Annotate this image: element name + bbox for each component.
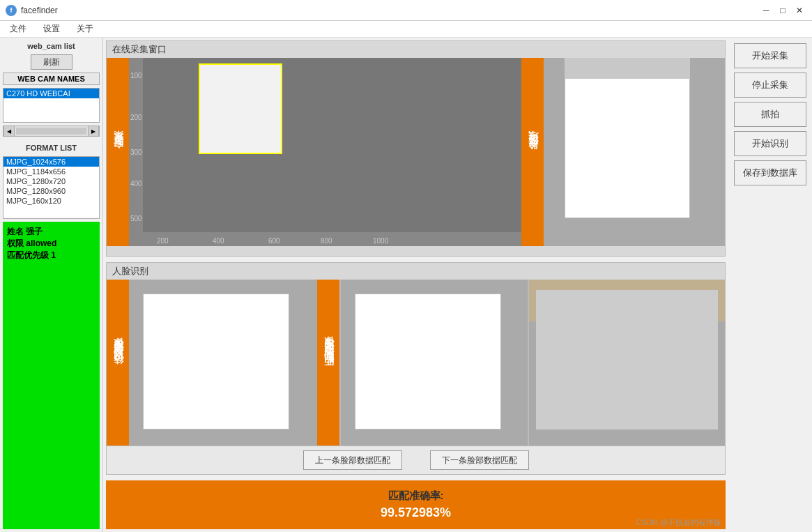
match-accuracy-value: 99.572983% [381, 506, 451, 520]
axis-x-200: 200 [157, 237, 169, 245]
info-match-priority: 匹配优先级 1 [7, 250, 95, 261]
info-permission: 权限 allowed [7, 238, 95, 250]
match-accuracy-label: 匹配准确率: [388, 489, 444, 503]
scroll-right-arrow[interactable]: ▶ [88, 126, 99, 137]
wait-face-label: 待识别脸部图像 [107, 280, 129, 446]
maximize-button[interactable]: □ [776, 3, 790, 17]
start-capture-button[interactable]: 开始采集 [734, 43, 806, 68]
face-recognition-title: 人脸识别 [107, 263, 725, 280]
cam-list-item[interactable]: C270 HD WEBCAI [3, 89, 99, 98]
title-bar-left: f facefinder [6, 5, 58, 16]
format-list-box: MJPG_1024x576 MJPG_1184x656 MJPG_1280x72… [3, 156, 100, 219]
format-item-3[interactable]: MJPG_1280x960 [3, 186, 99, 196]
matched-face-white [355, 294, 501, 430]
bottom-nav-buttons: 上一条脸部数据匹配 下一条脸部数据匹配 [107, 446, 725, 474]
video-background [143, 58, 521, 232]
recognition-content: 待识别脸部图像 匹配到的脸部图像 [107, 280, 725, 446]
start-recognize-button[interactable]: 开始识别 [734, 131, 806, 156]
right-area: 在线采集窗口 实时采集 100 200 300 400 500 200 400 … [103, 38, 728, 532]
extra-face-display [528, 280, 725, 446]
matched-face-display [339, 280, 528, 446]
webcam-list-label: web_cam list [3, 40, 100, 52]
axis-100: 100 [130, 72, 142, 79]
format-item-1[interactable]: MJPG_1184x656 [3, 167, 99, 176]
extra-face-body [536, 290, 718, 430]
save-to-db-button[interactable]: 保存到数据库 [734, 160, 806, 185]
realtime-label: 实时采集 [107, 58, 129, 246]
snapshot-button[interactable]: 抓拍 [734, 102, 806, 127]
axis-300: 300 [130, 149, 142, 156]
scroll-track [16, 128, 86, 135]
online-capture-title: 在线采集窗口 [107, 41, 725, 58]
refresh-button[interactable]: 刷新 [31, 54, 72, 70]
axis-500: 500 [130, 215, 142, 222]
next-match-button[interactable]: 下一条脸部数据匹配 [430, 450, 529, 470]
prev-match-button[interactable]: 上一条脸部数据匹配 [303, 450, 402, 470]
menu-about[interactable]: 关于 [72, 22, 98, 36]
axis-x-600: 600 [268, 237, 280, 245]
sidebar: web_cam list 刷新 WEB CAM NAMES C270 HD WE… [0, 38, 103, 532]
capture-content: 实时采集 100 200 300 400 500 200 400 600 800… [107, 58, 725, 246]
online-capture-section: 在线采集窗口 实时采集 100 200 300 400 500 200 400 … [106, 40, 726, 257]
wait-face-display [129, 280, 317, 446]
watermark: CSDN @不脱发的程序猿 [636, 517, 721, 528]
action-buttons-panel: 开始采集 停止采集 抓拍 开始识别 保存到数据库 [728, 38, 812, 532]
title-bar: f facefinder ─ □ ✕ [0, 0, 812, 21]
title-bar-controls: ─ □ ✕ [759, 3, 806, 17]
format-item-4[interactable]: MJPG_160x120 [3, 196, 99, 206]
captured-face-white [565, 65, 690, 218]
main-content: web_cam list 刷新 WEB CAM NAMES C270 HD WE… [0, 38, 812, 532]
format-list-label: FORMAT LIST [3, 142, 100, 153]
menu-bar: 文件 设置 关于 [0, 21, 812, 38]
close-button[interactable]: ✕ [792, 3, 806, 17]
webcam-names-header: WEB CAM NAMES [3, 73, 100, 85]
axis-400: 400 [130, 180, 142, 188]
axis-x-800: 800 [321, 237, 332, 245]
axis-200: 200 [130, 114, 142, 121]
wait-face-white [143, 294, 289, 430]
menu-file[interactable]: 文件 [6, 22, 31, 36]
face-captured-display [544, 58, 725, 246]
menu-settings[interactable]: 设置 [39, 22, 64, 36]
axis-x-1000: 1000 [373, 237, 388, 245]
face-recognition-section: 人脸识别 待识别脸部图像 匹配到的脸部图像 [106, 262, 726, 475]
app-title: facefinder [21, 6, 58, 15]
info-panel: 姓名 强子 权限 allowed 匹配优先级 1 [3, 222, 100, 529]
info-name: 姓名 强子 [7, 226, 95, 238]
match-accuracy-bar: 匹配准确率: 99.572983% [106, 480, 726, 529]
cam-list-box: C270 HD WEBCAI [3, 88, 100, 123]
stop-capture-button[interactable]: 停止采集 [734, 73, 806, 98]
face-bounding-box [199, 63, 282, 154]
matched-face-label: 匹配到的脸部图像 [317, 280, 339, 446]
minimize-button[interactable]: ─ [759, 3, 773, 17]
horizontal-scrollbar[interactable]: ◀ ▶ [3, 126, 100, 137]
format-item-0[interactable]: MJPG_1024x576 [3, 157, 99, 167]
main-video-feed: 100 200 300 400 500 200 400 600 800 1000 [129, 58, 521, 246]
axis-x-400: 400 [213, 237, 224, 245]
format-item-2[interactable]: MJPG_1280x720 [3, 176, 99, 186]
scroll-left-arrow[interactable]: ◀ [3, 126, 15, 137]
face-top-area [565, 58, 690, 79]
app-icon: f [6, 5, 17, 16]
face-region-label: 脸部区域 [521, 58, 544, 246]
